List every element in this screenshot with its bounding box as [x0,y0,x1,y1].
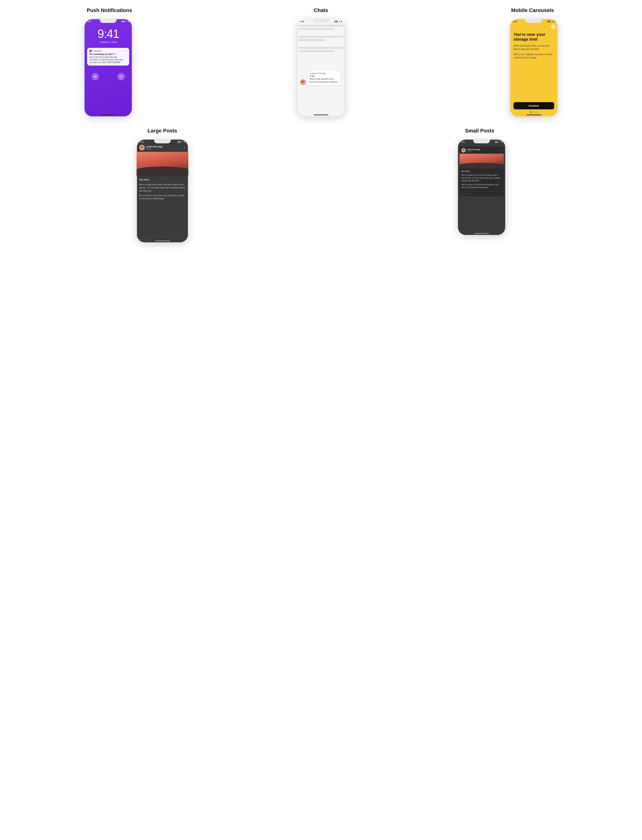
chat-bubble-text: Hi 😀 Have a look around! Let us know if … [310,75,338,83]
chat-skeleton-2 [298,28,334,30]
large-post-home-bar [155,240,170,241]
chat-content: 🧑 Linda from YourApp Hi 😀 Have a look ar… [297,23,345,88]
chat-skeleton-1 [298,25,344,27]
small-post-notch [473,139,490,143]
carousel-dots [514,112,554,113]
large-post-reply[interactable]: Write a reply... [136,237,188,243]
large-post-section: 9:41 ▌▌▌ ∿ ▮ 🧑 Linda from App Active × [136,139,188,243]
push-notification-card[interactable]: YOURAPP now See something you like? 👀 En… [87,48,129,65]
carousel-continue-button[interactable]: Continue [514,102,554,109]
torch-icon[interactable]: ⚙ [92,73,99,80]
wifi-icon: ∿ [551,21,553,22]
push-clock-date: Tuesday, 6 June [84,41,132,44]
chat-title: Chats [215,7,427,13]
row2-titles: Large Posts Small Posts [4,128,638,134]
small-post-close-icon[interactable]: × [501,149,502,152]
battery-icon: ▮ [554,21,554,22]
large-post-notch [154,139,171,143]
push-status-icons: ▌▌▌ ∿ ▮ [122,21,129,22]
large-post-close-icon[interactable]: × [184,146,185,149]
carousel-status-time: 9:41 [513,20,517,23]
push-app-name: YOURAPP [93,50,102,52]
chat-avatar: 🧑 [300,79,306,85]
small-posts-title: Small Posts [353,128,606,134]
carousel-home-bar [527,115,541,115]
push-bottom-icons: ⚙ ⓒ [84,67,132,84]
large-post-image [136,152,188,176]
small-post-sender-info: Linda from App Active [467,148,480,153]
small-post-home-bar [474,233,489,234]
small-post-reply[interactable]: Write a reply... [459,191,504,196]
chat-bubble-wrap: 🧑 Linda from YourApp Hi 😀 Have a look ar… [300,71,342,85]
push-notif-title: See something you like? 👀 [89,53,127,55]
large-post-greeting: Hey there, [139,178,186,182]
small-post-card-left: 🧑 Linda from App Active [461,148,480,153]
phone-home-bar [101,115,115,115]
carousel-close-button[interactable]: × [551,25,555,29]
signal-icon: ▌▌▌ [122,21,125,22]
large-post-reply-placeholder: Write a reply... [139,239,152,241]
wifi-icon: ∿ [126,21,127,22]
small-post-greeting: Hey there, [461,170,502,173]
wifi-icon: ∿ [182,141,183,143]
push-phone: 9:41 ▌▌▌ ∿ ▮ 9:41 Tuesday, 6 June YOURAP… [84,19,132,117]
wifi-icon: ∿ [339,21,340,22]
signal-icon: ▌▌▌ [548,21,551,22]
camera-icon[interactable]: ⓒ [117,73,125,80]
small-post-status-time: 9:41 [461,141,465,143]
large-post-avatar: 🧑 [139,145,145,150]
small-post-image [459,154,504,169]
push-notif-body: Enjoy 10% off your first order with. Jus… [89,56,127,64]
small-post-avatar: 🧑 [461,148,466,153]
large-post-body: Hey there, We're so glad you're here! Fe… [136,176,188,237]
push-notif-time: now [124,50,127,52]
small-post-body2: And of course, if you have any questions… [461,183,502,189]
chat-sender-name: Linda from YourApp [310,72,338,75]
chat-phone: 9:41 ▌▌▌ ∿ ▮ 🧑 [297,19,345,117]
row1-phones: 9:41 ▌▌▌ ∿ ▮ 9:41 Tuesday, 6 June YOURAP… [4,19,638,117]
small-post-image-wave [459,163,504,169]
push-clock-time: 9:41 [84,27,132,41]
carousel-phone: 9:41 ▌▌▌ ∿ ▮ × You're near your storage … [510,19,558,117]
push-title: Push Notifications [4,7,215,13]
small-post-card-header: 🧑 Linda from App Active × [459,147,504,154]
small-post-phone: 9:41 ▌▌▌ ∿ ▮ 🧑 Linda from App Active [457,139,506,235]
large-post-status-icons: ▌▌▌ ∿ ▮ [178,141,185,143]
signal-icon: ▌▌▌ [178,141,181,143]
carousel-dot-3 [534,112,535,113]
chat-skeleton-6 [298,50,334,52]
chat-status-icons: ▌▌▌ ∿ ▮ [335,21,342,22]
carousel-title: Mobile Carousels [427,7,638,13]
phone-notch [100,19,117,23]
carousel-content: You're near your storage limit When you … [510,23,558,115]
carousel-dot-2 [532,112,533,113]
large-post-sender-info: Linda from App Active [146,145,162,150]
push-notif-app-row: YOURAPP [89,50,102,52]
carousel-status-icons: ▌▌▌ ∿ ▮ [548,21,554,22]
push-notif-header: YOURAPP now [89,50,127,52]
small-post-body1: We're so glad you're here! Feel free to … [461,174,502,182]
row2-phones: 9:41 ▌▌▌ ∿ ▮ 🧑 Linda from App Active × [4,139,638,243]
large-post-header: 🧑 Linda from App Active × [136,144,188,152]
push-status-time: 9:41 [88,20,92,23]
large-post-body2: And of course, if you have any questions… [139,194,186,200]
carousel-dot-4 [536,112,537,113]
chat-home-bar [314,115,328,115]
large-post-body1: We're so glad you're here! Feel free to … [139,183,186,192]
push-notification-section: 9:41 ▌▌▌ ∿ ▮ 9:41 Tuesday, 6 June YOURAP… [84,19,132,117]
large-post-status-time: 9:41 [140,141,144,143]
small-post-card: 🧑 Linda from App Active × Hey there, We'… [459,147,504,196]
chat-from: from YourApp [315,72,326,75]
chat-skeleton-5 [298,47,344,49]
battery-icon: ▮ [184,141,185,143]
push-clock: 9:41 Tuesday, 6 June [84,23,132,46]
push-app-icon [89,50,92,52]
battery-icon: ▮ [128,21,129,22]
battery-icon: ▮ [341,21,342,22]
large-post-header-left: 🧑 Linda from App Active [139,145,162,150]
chat-status-time: 9:41 [300,20,305,23]
row1-titles: Push Notifications Chats Mobile Carousel… [4,7,638,13]
small-post-sender-status: Active [467,151,480,153]
chat-bubble[interactable]: Linda from YourApp Hi 😀 Have a look arou… [307,71,340,85]
large-post-sender-name: Linda from App [146,145,162,148]
